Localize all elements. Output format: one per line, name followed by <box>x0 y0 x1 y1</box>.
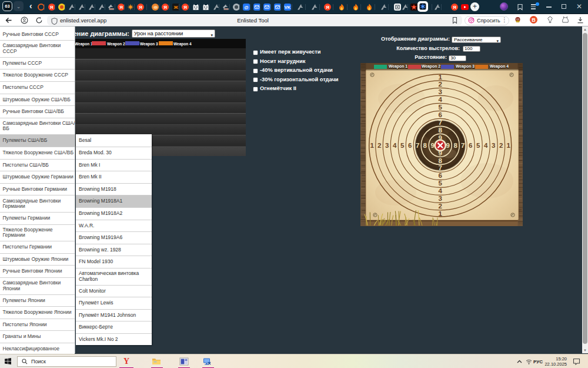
svg-text:5: 5 <box>438 104 442 111</box>
svg-text:3: 3 <box>385 142 389 149</box>
svg-text:8: 8 <box>438 157 442 164</box>
svg-text:1: 1 <box>438 74 442 81</box>
svg-text:6: 6 <box>469 142 472 149</box>
svg-text:5: 5 <box>476 142 480 149</box>
svg-text:4: 4 <box>484 142 488 149</box>
svg-text:2: 2 <box>438 81 442 88</box>
svg-text:4: 4 <box>438 187 442 194</box>
svg-text:4: 4 <box>393 142 397 149</box>
svg-text:9: 9 <box>430 142 434 149</box>
svg-text:2: 2 <box>438 203 442 210</box>
svg-text:5: 5 <box>400 142 405 149</box>
svg-text:7: 7 <box>461 142 465 149</box>
svg-text:7: 7 <box>416 142 419 149</box>
svg-text:4: 4 <box>438 96 442 103</box>
svg-text:2: 2 <box>499 142 503 149</box>
svg-text:9: 9 <box>438 134 442 141</box>
svg-text:8: 8 <box>453 142 457 149</box>
svg-text:1: 1 <box>370 142 374 149</box>
svg-text:5: 5 <box>438 180 442 187</box>
svg-text:8: 8 <box>423 142 427 149</box>
svg-text:6: 6 <box>438 172 442 179</box>
svg-text:8: 8 <box>438 127 442 134</box>
svg-text:3: 3 <box>492 142 495 149</box>
svg-text:6: 6 <box>438 111 442 118</box>
svg-text:7: 7 <box>438 164 442 171</box>
svg-text:7: 7 <box>438 119 442 126</box>
svg-text:6: 6 <box>408 142 412 149</box>
svg-text:9: 9 <box>446 142 449 149</box>
svg-text:9: 9 <box>438 150 442 157</box>
svg-text:2: 2 <box>377 142 381 149</box>
svg-text:3: 3 <box>438 88 442 95</box>
svg-text:3: 3 <box>438 195 442 202</box>
svg-text:1: 1 <box>438 210 442 217</box>
svg-text:1: 1 <box>506 142 510 149</box>
